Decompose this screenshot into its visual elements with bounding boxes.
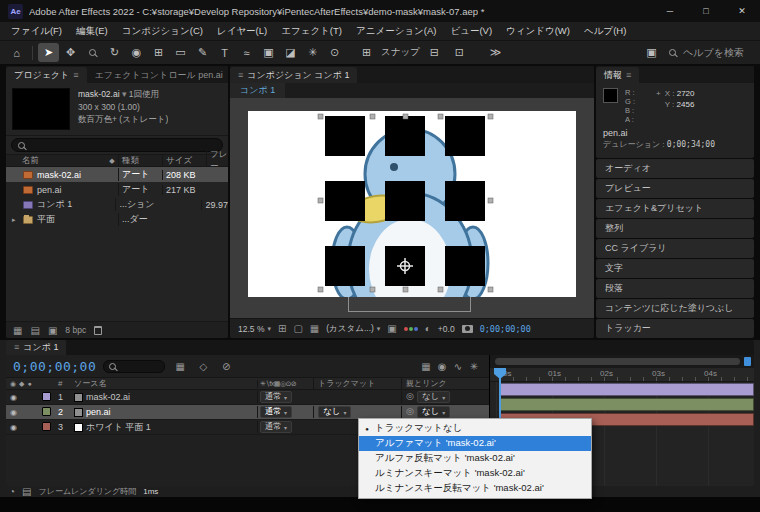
roto-brush-tool[interactable]: ✳	[302, 43, 323, 62]
work-area-end-marker[interactable]	[744, 357, 751, 366]
project-row-comp-1[interactable]: コンポ 1 ...ション 29.97	[6, 197, 228, 212]
panel-menu-icon[interactable]: ≡	[73, 70, 78, 80]
pan-behind-tool[interactable]: ⊞	[148, 43, 169, 62]
panel-menu-icon[interactable]: ≡	[626, 70, 631, 80]
composition-canvas[interactable]	[248, 111, 576, 297]
layer-bar-mask-02[interactable]	[500, 383, 754, 396]
menu-item-alpha-inverted-matte[interactable]: アルファ反転マット 'mask-02.ai'	[359, 451, 591, 466]
video-eye-icon[interactable]: ◉	[10, 423, 17, 432]
tab-timeline-comp-1[interactable]: ≡ コンポ 1	[6, 340, 66, 355]
panel-effects-presets[interactable]: エフェクト&プリセット	[596, 199, 754, 218]
project-bit-depth[interactable]: 8 bpc	[65, 325, 86, 335]
project-row-mask-02[interactable]: mask-02.ai アート 208 KB	[6, 167, 228, 182]
show-channel-icon[interactable]	[404, 327, 418, 331]
pickwhip-icon[interactable]: ◎	[406, 406, 414, 416]
menu-item-alpha-matte[interactable]: アルファマット 'mask-02.ai'	[359, 436, 591, 451]
label-color-chip[interactable]	[42, 422, 51, 431]
pickwhip-icon[interactable]: ◎	[406, 391, 414, 401]
blend-mode-select[interactable]: 通常▾	[260, 421, 292, 433]
clone-stamp-tool[interactable]: ▣	[258, 43, 279, 62]
exposure-icon[interactable]: ◐	[425, 323, 431, 334]
motion-blur-icon[interactable]: ◉	[434, 359, 450, 374]
blend-mode-select[interactable]: 通常▾	[260, 391, 292, 403]
close-button[interactable]: ✕	[724, 0, 760, 22]
footage-dropdown-icon[interactable]: ▾	[122, 89, 127, 99]
hide-shy-layers-icon[interactable]: ⊘	[218, 359, 234, 374]
menu-composition[interactable]: コンポジション(C)	[115, 22, 210, 40]
camera-tool[interactable]: ◉	[126, 43, 147, 62]
zoom-level-select[interactable]: 12.5 % ▾	[238, 324, 271, 334]
menu-file[interactable]: ファイル(F)	[4, 22, 69, 40]
menu-item-no-track-matte[interactable]: ● トラックマットなし	[359, 421, 591, 436]
project-row-solids-folder[interactable]: ▸平面 ...ダー	[6, 212, 228, 227]
toolbar-overflow-chevron[interactable]: ≫	[485, 43, 506, 62]
resolution-select[interactable]: (カスタム...) ▾	[326, 323, 380, 335]
panel-paragraph[interactable]: 段落	[596, 279, 754, 298]
brush-tool[interactable]: ≈	[236, 43, 257, 62]
column-source-name[interactable]: ソース名	[72, 378, 257, 389]
mini-flowchart-icon[interactable]: ▦	[172, 359, 188, 374]
panel-tracker[interactable]: トラッカー	[596, 319, 754, 338]
selection-tool[interactable]: ➤	[38, 43, 59, 62]
timeline-search-input[interactable]	[103, 360, 165, 373]
new-composition-icon[interactable]: ▣	[48, 325, 57, 336]
menu-help[interactable]: ヘルプ(H)	[577, 22, 633, 40]
snap-icon[interactable]: ⊞	[356, 43, 377, 62]
snap-label[interactable]: スナップ	[381, 46, 420, 59]
rotate-tool[interactable]: ↻	[104, 43, 125, 62]
exposure-value[interactable]: +0.0	[438, 324, 455, 334]
viewer-tab-comp-1[interactable]: コンポ 1	[230, 83, 285, 98]
label-color-chip[interactable]	[42, 392, 51, 401]
layer-row-mask-02[interactable]: ◉ 1 mask-02.ai 通常▾ ◎なし▾	[6, 390, 489, 405]
panel-menu-icon[interactable]: ≡	[14, 342, 19, 352]
column-name[interactable]: 名前	[6, 155, 106, 167]
blend-mode-select[interactable]: 通常▾	[260, 406, 292, 418]
menu-item-luma-matte[interactable]: ルミナンスキーマット 'mask-02.ai'	[359, 466, 591, 481]
panel-cc-libraries[interactable]: CC ライブラリ	[596, 239, 754, 258]
column-size[interactable]: サイズ	[162, 155, 206, 167]
parent-select[interactable]: なし▾	[417, 406, 450, 418]
panel-content-aware-fill[interactable]: コンテンツに応じた塗りつぶし	[596, 299, 754, 318]
pen-tool[interactable]: ✎	[192, 43, 213, 62]
column-type[interactable]: 種類	[118, 155, 162, 167]
snap-option-icon-2[interactable]: ⊡	[449, 43, 470, 62]
transparency-grid-icon[interactable]: ▦	[310, 323, 319, 334]
eraser-tool[interactable]: ◪	[280, 43, 301, 62]
parent-select[interactable]: なし▾	[417, 391, 450, 403]
home-icon[interactable]: ⌂	[6, 43, 27, 62]
shape-tool[interactable]: ▭	[170, 43, 191, 62]
fast-previews-icon[interactable]: ▣	[387, 323, 396, 334]
menu-window[interactable]: ウィンドウ(W)	[499, 22, 577, 40]
hand-tool[interactable]: ✥	[60, 43, 81, 62]
delete-icon[interactable]	[94, 326, 102, 335]
tab-effect-controls[interactable]: エフェクトコントロール pen.ai	[87, 67, 228, 83]
panel-align[interactable]: 整列	[596, 219, 754, 238]
interpret-footage-icon[interactable]: ▦	[13, 325, 22, 336]
panel-character[interactable]: 文字	[596, 259, 754, 278]
composition-viewer[interactable]	[230, 98, 594, 318]
folder-twisty-icon[interactable]: ▸	[12, 216, 19, 224]
panel-menu-icon[interactable]: ≡	[238, 70, 243, 80]
region-of-interest-icon[interactable]: ▢	[293, 323, 302, 334]
preview-timecode[interactable]: 0;00;00;00	[480, 324, 531, 334]
label-color-chip[interactable]	[42, 407, 51, 416]
tab-project[interactable]: プロジェクト ≡	[6, 67, 87, 83]
time-ruler[interactable]: 0s 01s 02s 03s 04s	[490, 368, 754, 382]
snap-option-icon-1[interactable]: ⊟	[424, 43, 445, 62]
menu-item-luma-inverted-matte[interactable]: ルミナンスキー反転マット 'mask-02.ai'	[359, 481, 591, 496]
project-row-pen[interactable]: pen.ai アート 217 KB	[6, 182, 228, 197]
new-folder-icon[interactable]: ▤	[30, 325, 39, 336]
time-navigator[interactable]	[490, 355, 754, 368]
graph-editor-icon[interactable]: ∿	[450, 359, 466, 374]
panel-preview[interactable]: プレビュー	[596, 179, 754, 198]
column-track-matte[interactable]: トラックマット	[313, 378, 401, 389]
zoom-tool[interactable]	[82, 43, 103, 62]
frame-blending-icon[interactable]: ▦	[418, 359, 434, 374]
track-matte-select[interactable]: なし▾	[318, 406, 351, 418]
minimize-button[interactable]: ─	[652, 0, 688, 22]
puppet-pin-tool[interactable]: ⊙	[324, 43, 345, 62]
menu-edit[interactable]: 編集(E)	[69, 22, 115, 40]
menu-effect[interactable]: エフェクト(T)	[274, 22, 349, 40]
menu-layer[interactable]: レイヤー(L)	[210, 22, 274, 40]
panel-audio[interactable]: オーディオ	[596, 159, 754, 178]
